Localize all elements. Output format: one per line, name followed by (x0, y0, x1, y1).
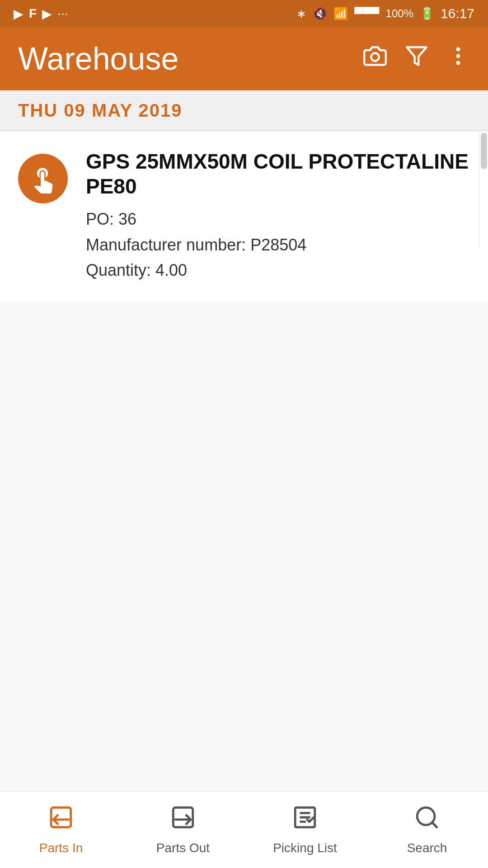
more-dots-icon: ··· (57, 6, 68, 21)
app-title: Warehouse (18, 41, 178, 77)
svg-point-4 (456, 61, 460, 65)
parts-out-icon (170, 804, 196, 836)
app-bar-actions (363, 44, 470, 73)
nav-label-parts-out: Parts Out (156, 841, 210, 855)
item-details: GPS 25MMX50M COIL PROTECTALINE PE80 PO: … (86, 149, 470, 285)
date-display: THU 09 MAY 2019 (18, 100, 183, 121)
nav-label-parts-in: Parts In (39, 841, 83, 855)
nav-item-picking-list[interactable]: Picking List (244, 792, 366, 868)
nav-label-search: Search (407, 841, 447, 855)
date-bar: THU 09 MAY 2019 (0, 90, 488, 131)
svg-line-14 (432, 822, 437, 827)
parts-in-icon (48, 804, 74, 836)
scroll-thumb (481, 133, 487, 169)
item-po: PO: 36 (86, 208, 470, 231)
nav-item-search[interactable]: Search (366, 792, 488, 868)
status-bar: ▶ F ▶ ··· ∗ 🔇 📶 ▀▀▀ 100% 🔋 16:17 (0, 0, 488, 27)
svg-point-0 (371, 53, 379, 61)
list-item[interactable]: GPS 25MMX50M COIL PROTECTALINE PE80 PO: … (0, 131, 488, 303)
item-quantity: Quantity: 4.00 (86, 259, 470, 282)
svg-point-2 (456, 47, 460, 52)
app-bar: Warehouse (0, 27, 488, 90)
search-icon (414, 804, 440, 836)
more-vertical-icon[interactable] (446, 44, 470, 73)
svg-marker-1 (407, 47, 426, 65)
nav-label-picking-list: Picking List (273, 841, 337, 855)
wifi-icon: 📶 (333, 7, 348, 21)
item-action-icon[interactable] (18, 154, 68, 203)
svg-point-3 (456, 54, 460, 58)
play-store-icon: ▶ (14, 6, 23, 21)
scroll-indicator (479, 131, 488, 249)
picking-list-icon (292, 804, 318, 836)
content-area (0, 303, 488, 868)
main-content: GPS 25MMX50M COIL PROTECTALINE PE80 PO: … (0, 131, 488, 303)
status-bar-left: ▶ F ▶ ··· (14, 6, 68, 21)
nav-item-parts-out[interactable]: Parts Out (122, 792, 244, 868)
mute-icon: 🔇 (313, 7, 327, 21)
nav-item-parts-in[interactable]: Parts In (0, 792, 122, 868)
item-manufacturer: Manufacturer number: P28504 (86, 234, 470, 256)
battery-icon: 🔋 (420, 7, 434, 21)
status-bar-right: ∗ 🔇 📶 ▀▀▀ 100% 🔋 16:17 (296, 6, 474, 21)
signal-icon: ▀▀▀ (354, 7, 379, 21)
camera-icon[interactable] (363, 44, 387, 73)
bluetooth-icon: ∗ (296, 7, 306, 21)
item-name: GPS 25MMX50M COIL PROTECTALINE PE80 (86, 149, 470, 199)
status-time: 16:17 (441, 6, 474, 21)
flipboard-icon: F (29, 6, 37, 21)
play-store2-icon: ▶ (42, 6, 52, 21)
bottom-nav: Parts In Parts Out Picking List (0, 791, 488, 868)
filter-icon[interactable] (405, 44, 428, 73)
battery-text: 100% (386, 7, 413, 20)
